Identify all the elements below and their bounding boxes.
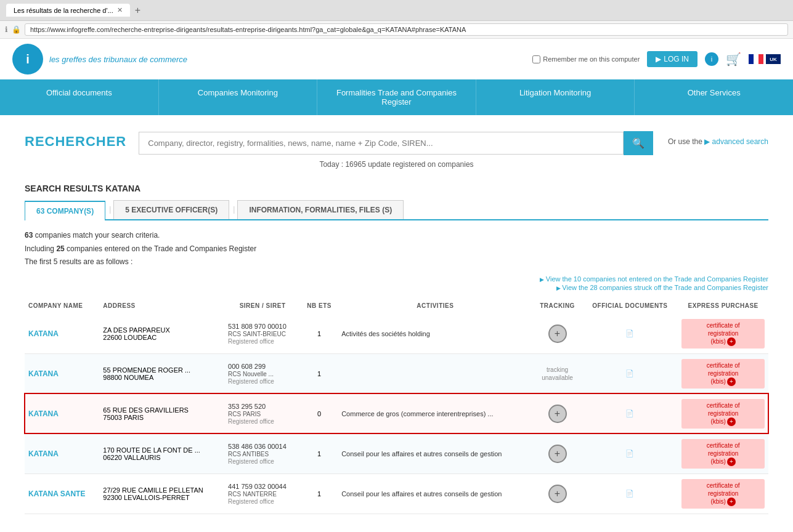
company-official-docs[interactable]: 📄 [582,393,678,433]
search-results-title: SEARCH RESULTS KATANA [25,183,768,193]
company-siren: 538 486 036 00014RCS ANTIBESRegistered o… [224,433,301,474]
company-official-docs[interactable]: 📄 [582,314,678,354]
cart-icon[interactable]: 🛒 [726,52,741,66]
kbis-button[interactable]: certificate ofregistration(kbis)+ [681,399,765,429]
tab-information[interactable]: INFORMATION, FORMALITIES, FILES (S) [237,200,404,219]
company-address: 65 RUE DES GRAVILLIERS75003 PARIS [99,393,224,433]
search-area: RECHERCHER 🔍 Or use the ▶ advanced searc… [0,115,793,175]
company-name-link[interactable]: KATANA [28,329,59,338]
company-tracking[interactable]: + [533,474,582,514]
kbis-button[interactable]: certificate ofregistration(kbis)+ [681,319,765,349]
company-siren: 441 759 032 00044RCS NANTERRERegistered … [224,474,301,514]
documents-icon[interactable]: 📄 [625,449,634,457]
company-nb-ets: 1 [301,314,338,354]
company-address: 27/29 RUE CAMILLE PELLETAN92300 LEVALLOI… [99,474,224,514]
nav-official-documents[interactable]: Official documents [0,79,159,115]
search-button[interactable]: 🔍 [624,131,653,155]
documents-icon[interactable]: 📄 [625,369,634,377]
company-tracking[interactable]: + [533,433,582,474]
logo-text: les greffes des tribunaux de commerce [49,55,187,64]
address-bar-row: ℹ 🔒 [0,21,793,39]
remember-me-label[interactable]: Remember me on this computer [532,55,640,63]
company-tracking[interactable]: + [533,393,582,433]
company-kbis[interactable]: certificate ofregistration(kbis)+ [678,433,768,474]
company-kbis[interactable]: certificate ofregistration(kbis)+ [678,474,768,514]
col-tracking: TRACKING [533,297,582,314]
col-company-name: COMPANY NAME [25,297,99,314]
view-struck-off-link[interactable]: View the 28 companies struck off the Tra… [25,284,768,291]
company-kbis[interactable]: certificate ofregistration(kbis)+ [678,314,768,354]
tracking-unavailable: trackingunavailable [537,366,579,382]
flag-fr[interactable] [749,54,763,64]
col-activities: ACTIVITIES [338,297,532,314]
remember-me-checkbox[interactable] [532,55,540,63]
company-nb-ets: 0 [301,393,338,433]
col-siren: SIREN / SIRET [224,297,301,314]
new-tab-button[interactable]: + [135,5,140,16]
page: i les greffes des tribunaux de commerce … [0,39,793,532]
col-address: ADDRESS [99,297,224,314]
company-name-link[interactable]: KATANA [28,369,59,378]
browser-tab[interactable]: Les résultats de la recherche d'... ✕ [6,4,130,17]
company-address: 170 ROUTE DE LA FONT DE ...06220 VALLAUR… [99,433,224,474]
company-name-link[interactable]: KATANA SANTE [28,490,85,498]
company-activities: Commerce de gros (commerce interentrepri… [338,393,532,433]
company-address: 55 PROMENADE ROGER ...98800 NOUMEA [99,353,224,393]
advanced-search-anchor[interactable]: advanced search [712,137,768,146]
tracking-button[interactable]: + [548,445,567,463]
table-row: KATANAZA DES PARPAREUX22600 LOUDEAC531 8… [25,314,768,354]
nav-litigation-monitoring[interactable]: Litigation Monitoring [476,79,635,115]
table-row: KATANA65 RUE DES GRAVILLIERS75003 PARIS3… [25,393,768,433]
table-row: KATANA SANTE27/29 RUE CAMILLE PELLETAN92… [25,474,768,514]
nav-other-services[interactable]: Other Services [635,79,793,115]
tracking-button[interactable]: + [548,324,567,343]
table-row: KATANA170 ROUTE DE LA FONT DE ...06220 V… [25,433,768,474]
company-official-docs[interactable]: 📄 [582,433,678,474]
nav-companies-monitoring[interactable]: Companies Monitoring [159,79,318,115]
company-address: ZA DES PARPAREUX22600 LOUDEAC [99,314,224,354]
company-kbis[interactable]: certificate ofregistration(kbis)+ [678,353,768,393]
bottom-bar: ▶ DISPLAY ALL RESULTS ▶ REFINE YOUR SEAR… [0,526,793,532]
tab-close-icon[interactable]: ✕ [117,6,123,14]
view-links: View the 10 companies not entered on the… [25,275,768,291]
col-official-docs: OFFICIAL DOCUMENTS [582,297,678,314]
col-nb-ets: NB ETS [301,297,338,314]
kbis-button[interactable]: certificate ofregistration(kbis)+ [681,359,765,389]
kbis-button[interactable]: certificate ofregistration(kbis)+ [681,439,765,469]
tracking-button[interactable]: + [548,405,567,423]
kbis-button[interactable]: certificate ofregistration(kbis)+ [681,479,765,509]
view-not-entered-link[interactable]: View the 10 companies not entered on the… [25,275,768,283]
company-siren: 353 295 520RCS PARISRegistered office [224,393,301,433]
info-icon[interactable]: ℹ [5,25,8,34]
results-tabs: 63 COMPANY(S) | 5 EXECUTIVE OFFICER(S) |… [25,200,768,220]
company-tracking[interactable]: trackingunavailable [533,353,582,393]
tracking-button[interactable]: + [548,485,567,503]
address-bar[interactable] [25,23,788,36]
lock-icon: 🔒 [12,25,21,34]
header-right: Remember me on this computer ▶ LOG IN i … [532,51,781,67]
company-official-docs[interactable]: 📄 [582,474,678,514]
flag-uk[interactable]: UK [766,54,781,64]
flags: UK [749,54,781,64]
login-button[interactable]: ▶ LOG IN [647,51,697,67]
main-nav: Official documents Companies Monitoring … [0,79,793,115]
company-name-link[interactable]: KATANA [28,449,59,458]
company-tracking[interactable]: + [533,314,582,354]
tab-companies[interactable]: 63 COMPANY(S) [25,201,105,220]
documents-icon[interactable]: 📄 [625,329,634,337]
company-siren: 000 608 299RCS Nouvelle ...Registered of… [224,353,301,393]
company-activities: Activités des sociétés holding [338,314,532,354]
tab-executives[interactable]: 5 EXECUTIVE OFFICER(S) [113,200,229,219]
company-name-link[interactable]: KATANA [28,409,59,418]
company-official-docs[interactable]: 📄 [582,353,678,393]
documents-icon[interactable]: 📄 [625,490,634,497]
results-area: SEARCH RESULTS KATANA 63 COMPANY(S) | 5 … [0,183,793,526]
company-kbis[interactable]: certificate ofregistration(kbis)+ [678,393,768,433]
logo-area: i les greffes des tribunaux de commerce [12,44,187,75]
tab-title: Les résultats de la recherche d'... [14,7,113,14]
nav-formalities-trade[interactable]: Formalities Trade and Companies Register [317,79,476,115]
search-input[interactable] [139,132,624,155]
info-circle-button[interactable]: i [705,52,718,66]
documents-icon[interactable]: 📄 [625,409,634,417]
header: i les greffes des tribunaux de commerce … [0,39,793,79]
